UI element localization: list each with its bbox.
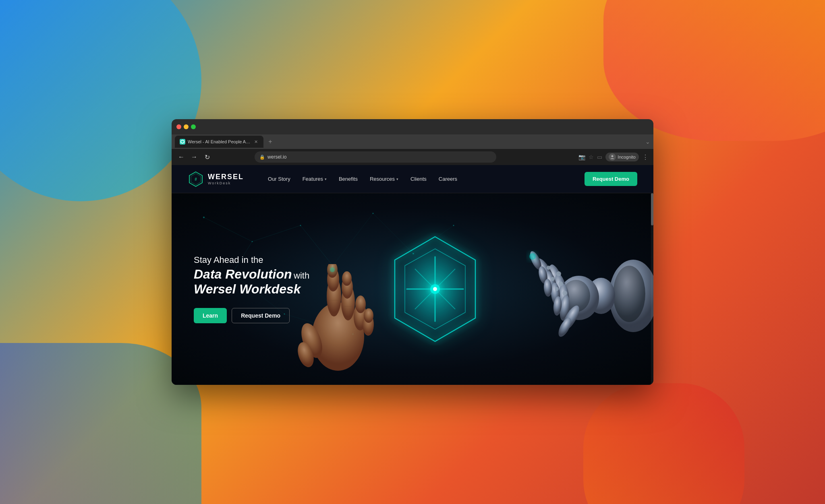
svg-point-54 — [562, 291, 567, 295]
browser-menu-button[interactable]: ⋮ — [642, 153, 649, 161]
refresh-button[interactable]: ↻ — [202, 152, 212, 163]
svg-point-72 — [330, 267, 335, 272]
address-bar-actions: 📷 ☆ ▭ Incognito ⋮ — [578, 153, 649, 161]
svg-line-16 — [252, 225, 301, 242]
camera-off-icon: 📷 — [578, 154, 585, 160]
nav-item-our-story[interactable]: Our Story — [268, 176, 290, 182]
scrollbar-track — [651, 193, 653, 385]
logo-text: WERSEL WorkDesk — [208, 173, 244, 185]
tab-favicon-icon — [180, 139, 185, 145]
hero-text-block: Stay Ahead in the Data Revolution with W… — [194, 255, 309, 323]
svg-point-53 — [551, 277, 555, 281]
tab-close-button[interactable]: ✕ — [253, 139, 259, 145]
close-button[interactable] — [176, 124, 181, 129]
robot-hand-svg — [512, 227, 653, 364]
nav-links: Our Story Features ▾ Benefits Resources … — [268, 176, 457, 182]
bg-shape-bottom-left — [0, 343, 201, 504]
logo-hex-icon: # — [188, 171, 204, 187]
address-bar: ← → ↻ 🔒 wersel.io 📷 ☆ ▭ Incognito ⋮ — [172, 149, 653, 165]
hero-title-brand: Wersel Workdesk — [194, 282, 309, 297]
bg-shape-bottom-right — [583, 383, 744, 504]
hero-subtitle: Stay Ahead in the — [194, 255, 309, 265]
hero-section: Stay Ahead in the Data Revolution with W… — [172, 193, 653, 385]
back-button[interactable]: ← — [176, 152, 186, 162]
incognito-avatar-icon — [609, 153, 616, 161]
active-tab[interactable]: Wersel - AI Enabled People An... ✕ — [175, 136, 263, 148]
logo-sub: WorkDesk — [208, 181, 244, 185]
svg-point-56 — [529, 253, 536, 260]
nav-item-careers[interactable]: Careers — [439, 176, 457, 182]
svg-point-63 — [342, 271, 352, 286]
request-demo-hero-button[interactable]: Request Demo — [232, 308, 290, 323]
minimize-button[interactable] — [184, 124, 189, 129]
features-dropdown-icon: ▾ — [325, 177, 327, 181]
nav-item-benefits[interactable]: Benefits — [339, 176, 358, 182]
website-content: # WERSEL WorkDesk Our Story Features ▾ B… — [172, 165, 653, 385]
logo-name: WERSEL — [208, 173, 244, 181]
svg-point-67 — [364, 308, 373, 323]
traffic-lights — [176, 124, 196, 129]
hero-title-italic: Data Revolution — [194, 267, 292, 281]
star-icon[interactable]: ☆ — [589, 154, 594, 160]
nav-item-features[interactable]: Features ▾ — [303, 176, 327, 182]
svg-line-15 — [204, 217, 252, 242]
url-bar[interactable]: 🔒 wersel.io — [255, 151, 496, 163]
svg-text:#: # — [195, 177, 197, 182]
reader-mode-icon[interactable]: ▭ — [597, 154, 602, 160]
svg-point-33 — [613, 266, 645, 322]
svg-point-51 — [547, 266, 551, 270]
tab-bar: Wersel - AI Enabled People An... ✕ + ⌄ — [172, 134, 653, 149]
svg-point-65 — [355, 295, 366, 313]
maximize-button[interactable] — [191, 124, 196, 129]
nav-item-clients[interactable]: Clients — [410, 176, 427, 182]
hero-cta-buttons: Learn Request Demo — [194, 308, 309, 323]
svg-line-19 — [333, 213, 373, 266]
request-demo-nav-button[interactable]: Request Demo — [585, 172, 637, 186]
hero-title-with: with — [294, 271, 309, 281]
svg-marker-0 — [181, 140, 184, 143]
logo-area[interactable]: # WERSEL WorkDesk — [188, 171, 244, 187]
scrollbar-thumb[interactable] — [651, 193, 653, 225]
title-bar — [172, 119, 653, 134]
new-tab-button[interactable]: + — [265, 136, 276, 147]
url-display: wersel.io — [267, 154, 286, 160]
forward-button[interactable]: → — [189, 152, 199, 162]
svg-point-52 — [558, 281, 563, 286]
svg-point-31 — [433, 287, 437, 291]
incognito-badge: Incognito — [605, 153, 639, 161]
secure-lock-icon: 🔒 — [259, 155, 265, 160]
bg-shape-top-left — [0, 0, 201, 201]
hero-title-line: Data Revolution with — [194, 267, 309, 282]
learn-button[interactable]: Learn — [194, 308, 227, 323]
svg-point-55 — [555, 287, 559, 291]
incognito-label: Incognito — [618, 155, 636, 159]
nav-item-resources[interactable]: Resources ▾ — [370, 176, 398, 182]
tab-strip-end: ⌄ — [645, 138, 650, 145]
site-navbar: # WERSEL WorkDesk Our Story Features ▾ B… — [172, 165, 653, 193]
svg-point-1 — [611, 155, 614, 157]
resources-dropdown-icon: ▾ — [396, 177, 398, 181]
svg-point-50 — [556, 271, 561, 276]
tab-title: Wersel - AI Enabled People An... — [188, 139, 251, 144]
browser-window: Wersel - AI Enabled People An... ✕ + ⌄ ←… — [172, 119, 653, 385]
